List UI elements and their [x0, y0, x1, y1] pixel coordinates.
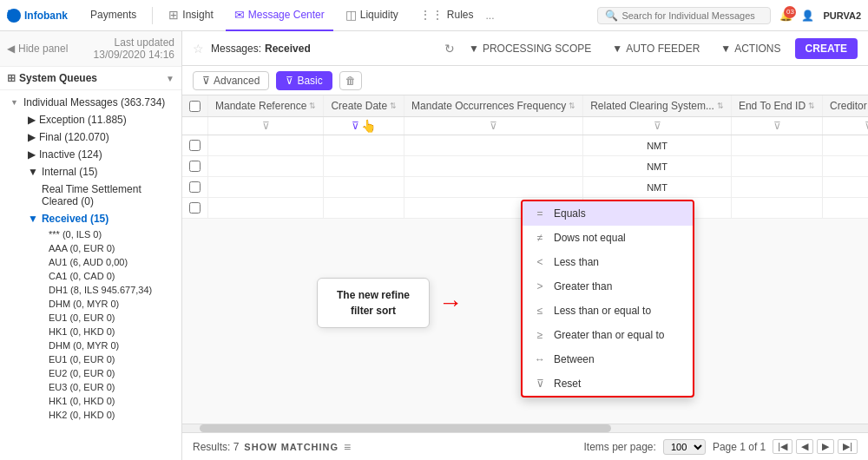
row-check[interactable]: [182, 177, 208, 198]
row-checkbox[interactable]: [189, 161, 201, 172]
horizontal-scrollbar[interactable]: [182, 424, 868, 432]
sort-icon[interactable]: ⇅: [717, 102, 724, 110]
search-input[interactable]: [621, 10, 760, 21]
filter-icon[interactable]: ⊽: [865, 120, 868, 132]
filter-option-greater-equal[interactable]: ≥ Greater than or equal to: [523, 323, 693, 347]
tree-item-internal[interactable]: ▼ Internal (15): [0, 163, 181, 181]
filter-option-equals[interactable]: = Equals: [523, 201, 693, 226]
row-checkbox[interactable]: [189, 202, 201, 214]
filter-cell-mandate-occ[interactable]: ⊽: [404, 117, 583, 135]
queue-selector[interactable]: ⊞ System Queues ▼: [0, 67, 181, 90]
nav-tab-liquidity[interactable]: ◫ Liquidity: [337, 0, 407, 31]
show-matching-button[interactable]: SHOW MATCHING: [244, 442, 339, 452]
tree-item-exception[interactable]: ▶ Exception (11.885): [0, 111, 181, 128]
items-per-page-select[interactable]: 100 50 25: [663, 439, 706, 455]
row-end-to-end: [731, 198, 822, 219]
filter-icon[interactable]: ⊽: [262, 120, 270, 132]
filter-option-not-equal[interactable]: ≠ Dows not equal: [523, 226, 693, 250]
processing-scope-button[interactable]: ▼ PROCESSING SCOPE: [462, 40, 598, 57]
filter-cell-related[interactable]: ⊽: [583, 117, 732, 135]
tree-item-stars[interactable]: *** (0, ILS 0): [0, 227, 181, 241]
reset-label: Reset: [554, 378, 581, 390]
actions-button[interactable]: ▼ ACTIONS: [713, 40, 787, 57]
prev-page-button[interactable]: ◀: [796, 439, 813, 454]
last-page-button[interactable]: ▶|: [838, 439, 858, 454]
row-checkbox[interactable]: [189, 181, 201, 193]
tree-item-dhm1[interactable]: DHM (0, MYR 0): [0, 297, 181, 311]
next-page-button[interactable]: ▶: [817, 439, 834, 454]
basic-filter-button[interactable]: ⊽ Basic: [276, 71, 332, 90]
tree-item-eu3[interactable]: EU3 (0, EUR 0): [0, 380, 181, 394]
reset-icon: ⊽: [533, 378, 547, 390]
filter-icon[interactable]: ⊽: [654, 120, 661, 132]
star-icon[interactable]: ☆: [193, 42, 204, 56]
col-header-creditor: Creditor Name ⇅: [823, 95, 868, 117]
filter-option-less-than[interactable]: < Less than: [523, 250, 693, 274]
filter-option-less-equal[interactable]: ≤ Less than or equal to: [523, 299, 693, 323]
last-updated-label: Last updated: [94, 36, 174, 49]
sidebar-hide-panel[interactable]: ◀ Hide panel: [7, 43, 68, 55]
brand-logo[interactable]: ℹ Infobank: [7, 9, 68, 23]
row-check[interactable]: [182, 198, 208, 219]
sort-icon[interactable]: ⇅: [309, 102, 316, 110]
tree-item-dh1[interactable]: DH1 (8, ILS 945.677,34): [0, 283, 181, 297]
filter-icon[interactable]: ⊽: [490, 120, 497, 132]
related-label: Related Clearing System...: [590, 100, 714, 112]
auto-feeder-button[interactable]: ▼ AUTO FEEDER: [605, 40, 707, 57]
select-all-checkbox[interactable]: [189, 101, 201, 112]
filter-cell-mandate-ref[interactable]: ⊽: [208, 117, 324, 135]
filter-option-greater-than[interactable]: > Greater than: [523, 274, 693, 299]
create-button[interactable]: CREATE: [795, 38, 858, 59]
processing-scope-label: PROCESSING SCOPE: [483, 43, 591, 55]
tree-item-eu1[interactable]: EU1 (0, EUR 0): [0, 311, 181, 325]
row-check[interactable]: [182, 156, 208, 177]
nav-tab-payments[interactable]: Payments: [82, 0, 145, 31]
filter-cell-end-to-end[interactable]: ⊽: [731, 117, 822, 135]
page-navigation: |◀ ◀ ▶ ▶|: [773, 439, 858, 454]
menu-lines-icon[interactable]: ≡: [344, 440, 351, 454]
tree-item-final[interactable]: ▶ Final (120.070): [0, 128, 181, 146]
advanced-filter-button[interactable]: ⊽ Advanced: [193, 71, 269, 90]
tree-item-hk2[interactable]: HK2 (0, HKD 0): [0, 408, 181, 422]
auto-feeder-label: AUTO FEEDER: [626, 43, 700, 55]
filter-icon[interactable]: ⊽: [773, 120, 781, 132]
tree-item-eu2[interactable]: EU2 (0, EUR 0): [0, 366, 181, 380]
filter-cell-create-date[interactable]: ⊽ 👆: [324, 117, 404, 135]
callout-text: The new refine filter sort: [337, 289, 410, 317]
tree-item-hk1a[interactable]: HK1 (0, HKD 0): [0, 325, 181, 338]
row-mandate-occ: [404, 135, 583, 156]
delete-filter-button[interactable]: 🗑: [339, 71, 362, 90]
filter-option-between[interactable]: ↔ Between: [523, 347, 693, 371]
tree-item-aaa[interactable]: AAA (0, EUR 0): [0, 241, 181, 255]
col-header-mandate-ref: Mandate Reference ⇅: [208, 95, 324, 117]
tree-item-received[interactable]: ▼ Received (15): [0, 210, 181, 227]
tree-item-au1[interactable]: AU1 (6, AUD 0,00): [0, 255, 181, 269]
nav-tab-message-center[interactable]: ✉ Message Center: [226, 0, 333, 31]
col-header-check: [182, 95, 208, 117]
sort-icon[interactable]: ⇅: [390, 102, 397, 110]
search-box[interactable]: 🔍: [597, 7, 771, 24]
row-checkbox[interactable]: [189, 140, 201, 151]
sort-icon[interactable]: ⇅: [569, 102, 575, 110]
tree-item-ca1[interactable]: CA1 (0, CAD 0): [0, 269, 181, 283]
tree-item-individual-messages[interactable]: ▼ Individual Messages (363.734): [0, 94, 181, 111]
nav-more-button[interactable]: ...: [485, 10, 494, 22]
row-create-date: [324, 177, 404, 198]
tree-item-hk1b[interactable]: HK1 (0, HKD 0): [0, 394, 181, 408]
tree-item-real-settlement[interactable]: Real Time Settlement Cleared (0): [0, 181, 181, 210]
results-label: Results: 7: [193, 441, 239, 453]
filter-cell-creditor[interactable]: ⊽: [823, 117, 868, 135]
nav-tab-insight[interactable]: ⊞ Insight: [160, 0, 221, 31]
refresh-icon[interactable]: ↻: [444, 42, 455, 56]
filter-icon-active[interactable]: ⊽: [352, 120, 359, 132]
sort-icon[interactable]: ⇅: [808, 102, 815, 110]
tree-item-eu1b[interactable]: EU1 (0, EUR 0): [0, 352, 181, 366]
tree-item-inactive[interactable]: ▶ Inactive (124): [0, 146, 181, 163]
first-page-button[interactable]: |◀: [773, 439, 792, 454]
row-check[interactable]: [182, 135, 208, 156]
nav-tab-rules[interactable]: ⋮⋮ Rules: [411, 0, 483, 31]
filter-option-reset[interactable]: ⊽ Reset: [523, 371, 693, 396]
notifications-button[interactable]: 🔔 03: [779, 10, 792, 22]
hide-panel-label: Hide panel: [18, 43, 68, 55]
tree-item-dhm2[interactable]: DHM (0, MYR 0): [0, 338, 181, 352]
